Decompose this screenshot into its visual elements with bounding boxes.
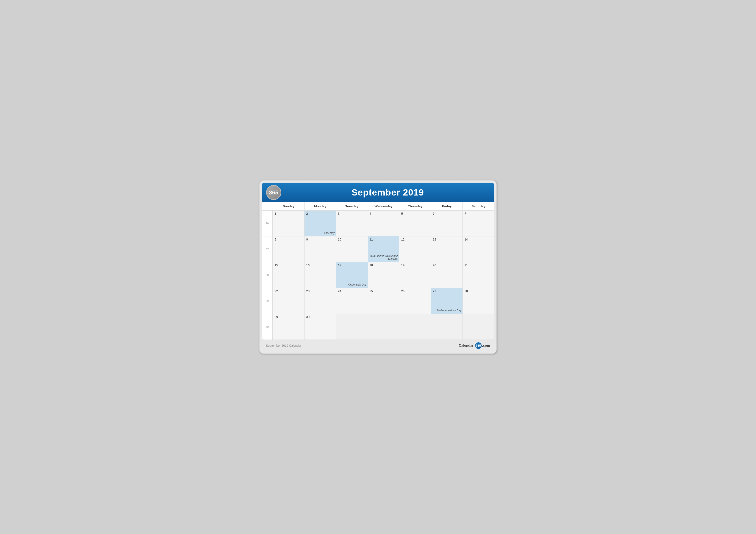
day-cell: 30: [304, 314, 336, 340]
holiday-label: Citizenship Day: [348, 283, 366, 286]
day-cell: 8: [273, 236, 304, 262]
day-number: 4: [369, 212, 398, 215]
day-number: 8: [275, 238, 303, 241]
day-cell: 13: [431, 236, 463, 262]
holiday-label: Patriot Day or September 11th Day: [368, 254, 398, 260]
day-number: 26: [401, 290, 429, 293]
day-number: 1: [275, 212, 303, 215]
day-number: 28: [464, 290, 493, 293]
day-cell: 17Citizenship Day: [336, 262, 368, 288]
day-cell: [463, 314, 494, 340]
calendar-header: 365 September 2019: [262, 183, 494, 202]
week-number: 40: [262, 314, 273, 340]
day-cell: 21: [463, 262, 494, 288]
day-number: 24: [338, 290, 366, 293]
day-cell: 11Patriot Day or September 11th Day: [368, 236, 399, 262]
footer-left-text: September 2019 Calendar: [266, 344, 301, 347]
day-cell: 12: [399, 236, 431, 262]
week-number: 37: [262, 236, 273, 262]
week-number: 36: [262, 210, 273, 236]
day-header-sunday: Sunday: [273, 202, 304, 210]
day-cell: 3: [336, 210, 368, 236]
day-number: 23: [306, 290, 334, 293]
logo-text: 365: [269, 189, 278, 196]
day-cell: 22: [273, 288, 304, 314]
day-number: 18: [369, 264, 398, 267]
day-number: 20: [433, 264, 461, 267]
day-cell: 9: [304, 236, 336, 262]
page-wrapper: 365 September 2019 SundayMondayTuesdayWe…: [259, 180, 497, 354]
day-header-saturday: Saturday: [463, 202, 494, 210]
day-number: 19: [401, 264, 429, 267]
week-number: 39: [262, 288, 273, 314]
day-cell: 16: [304, 262, 336, 288]
footer-logo: 365: [475, 343, 482, 349]
day-cell: [431, 314, 463, 340]
day-header-wednesday: Wednesday: [368, 202, 399, 210]
day-number: 10: [338, 238, 366, 241]
holiday-label: Labor Day: [323, 232, 335, 235]
day-number: 12: [401, 238, 429, 241]
day-number: 30: [306, 315, 334, 319]
day-cell: [399, 314, 431, 340]
day-cell: 14: [463, 236, 494, 262]
day-cell: 28: [463, 288, 494, 314]
day-number: 2: [306, 212, 334, 215]
week-num-header: [262, 202, 273, 210]
day-cell: 26: [399, 288, 431, 314]
day-number: 16: [306, 264, 334, 267]
day-cell: 5: [399, 210, 431, 236]
day-number: 5: [401, 212, 429, 215]
holiday-label: Native American Day: [437, 309, 461, 312]
day-number: 6: [433, 212, 461, 215]
calendar-title: September 2019: [285, 187, 490, 198]
day-number: 3: [338, 212, 366, 215]
day-cell: 23: [304, 288, 336, 314]
footer: September 2019 Calendar Calendar-365.com: [262, 340, 494, 351]
day-number: 29: [275, 315, 303, 319]
day-number: 13: [433, 238, 461, 241]
calendar-grid: 3612Labor Day3456737891011Patriot Day or…: [262, 210, 494, 340]
day-cell: 20: [431, 262, 463, 288]
day-header-friday: Friday: [431, 202, 463, 210]
day-header-thursday: Thursday: [399, 202, 431, 210]
day-number: 17: [338, 264, 366, 267]
day-header-tuesday: Tuesday: [336, 202, 368, 210]
day-number: 21: [464, 264, 493, 267]
day-number: 7: [464, 212, 493, 215]
day-cell: 29: [273, 314, 304, 340]
day-number: 22: [275, 290, 303, 293]
day-cell: 7: [463, 210, 494, 236]
day-cell: 25: [368, 288, 399, 314]
footer-brand-post: .com: [482, 343, 490, 347]
day-cell: 24: [336, 288, 368, 314]
day-cell: 1: [273, 210, 304, 236]
calendar-container: 365 September 2019 SundayMondayTuesdayWe…: [262, 183, 494, 340]
day-cell: 15: [273, 262, 304, 288]
day-cell: 10: [336, 236, 368, 262]
day-cell: [368, 314, 399, 340]
footer-brand-pre: Calendar-: [459, 343, 475, 347]
day-number: 25: [369, 290, 398, 293]
week-number: 38: [262, 262, 273, 288]
day-cell: 4: [368, 210, 399, 236]
day-headers-row: SundayMondayTuesdayWednesdayThursdayFrid…: [262, 202, 494, 210]
day-cell: 19: [399, 262, 431, 288]
day-cell: 27Native American Day: [431, 288, 463, 314]
day-header-monday: Monday: [304, 202, 336, 210]
day-cell: 2Labor Day: [304, 210, 336, 236]
day-number: 14: [464, 238, 493, 241]
day-number: 11: [369, 238, 398, 241]
logo-circle: 365: [266, 185, 281, 200]
day-cell: 6: [431, 210, 463, 236]
day-number: 9: [306, 238, 334, 241]
day-cell: 18: [368, 262, 399, 288]
footer-right-text: Calendar-365.com: [459, 343, 490, 349]
day-number: 27: [433, 290, 461, 293]
day-number: 15: [275, 264, 303, 267]
day-cell: [336, 314, 368, 340]
